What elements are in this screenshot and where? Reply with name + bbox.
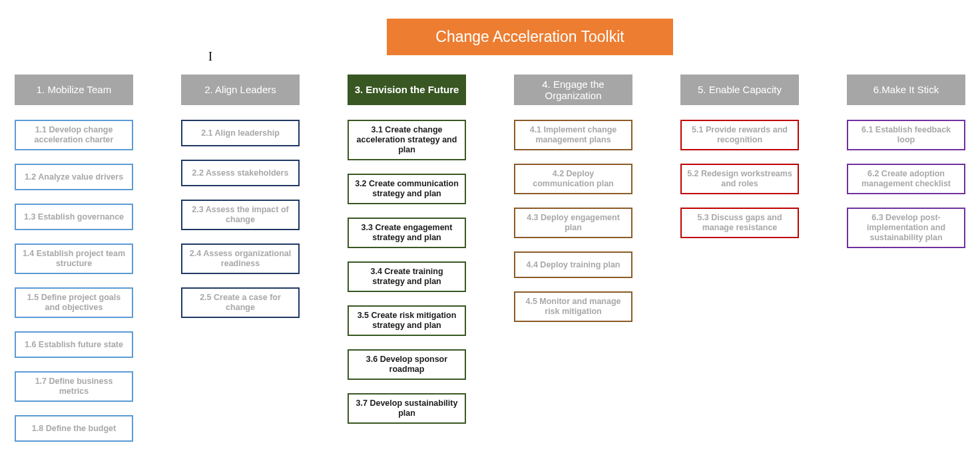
activity-item[interactable]: 1.8 Define the budget xyxy=(15,415,133,442)
activity-item[interactable]: 1.2 Analyze value drivers xyxy=(15,164,133,190)
activity-item[interactable]: 4.4 Deploy training plan xyxy=(514,251,632,278)
activity-item[interactable]: 6.2 Create adoption management checklist xyxy=(847,164,965,194)
activity-item[interactable]: 6.3 Develop post-implementation and sust… xyxy=(847,208,965,248)
columns-container: 1. Mobilize Team 1.1 Develop change acce… xyxy=(15,75,965,455)
activity-item[interactable]: 1.7 Define business metrics xyxy=(15,371,133,402)
column-header: 3. Envision the Future xyxy=(348,75,466,105)
activity-item[interactable]: 4.2 Deploy communication plan xyxy=(514,164,632,194)
activity-item[interactable]: 1.6 Establish future state xyxy=(15,331,133,358)
column-align-leaders: 2. Align Leaders 2.1 Align leadership 2.… xyxy=(181,75,300,331)
activity-item[interactable]: 2.1 Align leadership xyxy=(181,120,300,146)
activity-item[interactable]: 3.1 Create change acceleration strategy … xyxy=(348,120,466,160)
activity-item[interactable]: 1.4 Establish project team structure xyxy=(15,243,133,274)
column-header: 2. Align Leaders xyxy=(181,75,300,105)
activity-item[interactable]: 5.3 Discuss gaps and manage resistance xyxy=(680,208,799,238)
column-header: 6.Make It Stick xyxy=(847,75,965,105)
activity-item[interactable]: 2.5 Create a case for change xyxy=(181,287,300,318)
activity-item[interactable]: 4.1 Implement change management plans xyxy=(514,120,632,150)
activity-item[interactable]: 2.2 Assess stakeholders xyxy=(181,160,300,186)
column-mobilize-team: 1. Mobilize Team 1.1 Develop change acce… xyxy=(15,75,133,455)
activity-item[interactable]: 3.6 Develop sponsor roadmap xyxy=(348,349,466,380)
activity-item[interactable]: 3.4 Create training strategy and plan xyxy=(348,261,466,292)
column-make-it-stick: 6.Make It Stick 6.1 Establish feedback l… xyxy=(847,75,965,261)
column-enable-capacity: 5. Enable Capacity 5.1 Provide rewards a… xyxy=(680,75,799,251)
activity-item[interactable]: 3.2 Create communication strategy and pl… xyxy=(348,174,466,204)
column-header: 4. Engage the Organization xyxy=(514,75,632,105)
column-envision-future: 3. Envision the Future 3.1 Create change… xyxy=(348,75,466,437)
activity-item[interactable]: 5.1 Provide rewards and recognition xyxy=(680,120,799,150)
toolkit-title: Change Acceleration Toolkit xyxy=(387,19,673,55)
activity-item[interactable]: 3.3 Create engagement strategy and plan xyxy=(348,218,466,248)
activity-item[interactable]: 2.3 Assess the impact of change xyxy=(181,200,300,230)
activity-item[interactable]: 5.2 Redesign workstreams and roles xyxy=(680,164,799,194)
activity-item[interactable]: 3.7 Develop sustainability plan xyxy=(348,393,466,424)
activity-item[interactable]: 1.1 Develop change acceleration charter xyxy=(15,120,133,150)
text-cursor-icon: I xyxy=(208,50,212,64)
activity-item[interactable]: 4.5 Monitor and manage risk mitigation xyxy=(514,291,632,322)
activity-item[interactable]: 1.3 Establish governance xyxy=(15,204,133,230)
column-header: 1. Mobilize Team xyxy=(15,75,133,105)
activity-item[interactable]: 3.5 Create risk mitigation strategy and … xyxy=(348,305,466,336)
activity-item[interactable]: 1.5 Define project goals and objectives xyxy=(15,287,133,318)
column-header: 5. Enable Capacity xyxy=(680,75,799,105)
activity-item[interactable]: 6.1 Establish feedback loop xyxy=(847,120,965,150)
activity-item[interactable]: 4.3 Deploy engagement plan xyxy=(514,208,632,238)
activity-item[interactable]: 2.4 Assess organizational readiness xyxy=(181,243,300,274)
column-engage-organization: 4. Engage the Organization 4.1 Implement… xyxy=(514,75,632,335)
